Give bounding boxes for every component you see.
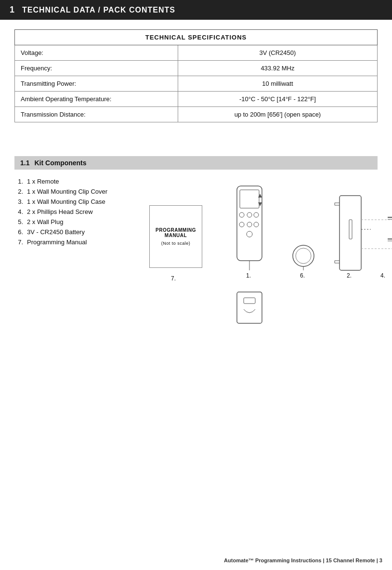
list-item-number: 6. xyxy=(14,228,23,236)
footer-text: Automate™ Programming Instructions | 15 … xyxy=(224,557,382,563)
remote-component: 1. xyxy=(237,186,262,279)
section-number: 1 xyxy=(10,5,14,15)
screw-component: 4. xyxy=(380,216,392,279)
clip-cover-component: 2. xyxy=(335,196,371,279)
svg-point-14 xyxy=(296,248,311,264)
svg-point-9 xyxy=(254,222,259,227)
section-title: TECHNICAL DATA / PACK CONTENTS xyxy=(22,6,175,14)
svg-point-8 xyxy=(247,222,252,227)
svg-text:4.: 4. xyxy=(380,272,385,279)
page-content: TECHNICAL SPECIFICATIONS Voltage:3V (CR2… xyxy=(0,20,392,388)
spec-value: 3V (CR2450) xyxy=(178,45,377,61)
kit-list-item: 4.2 x Phillips Head Screw xyxy=(14,207,149,217)
kit-sub-number: 1.1 xyxy=(20,159,29,167)
svg-point-10 xyxy=(247,231,252,237)
svg-rect-18 xyxy=(349,220,352,239)
kit-sub-title: Kit Components xyxy=(34,159,86,167)
prog-manual-box: PROGRAMMING MANUAL (Not to scale) xyxy=(149,205,202,268)
kit-list: 1.1 x Remote2.1 x Wall Mounting Clip Cov… xyxy=(14,176,149,379)
kit-list-item: 7.Programming Manual xyxy=(14,237,149,247)
remote-battery-compartment xyxy=(237,292,262,323)
spec-label: Transmitting Power: xyxy=(15,76,178,92)
list-item-number: 1. xyxy=(14,178,23,185)
diagram-label-7: 7. xyxy=(171,275,176,282)
svg-text:6.: 6. xyxy=(300,272,305,279)
kit-list-item: 2.1 x Wall Mounting Clip Cover xyxy=(14,186,149,197)
svg-point-5 xyxy=(247,212,252,217)
spec-value: 10 milliwatt xyxy=(178,76,377,92)
spec-label: Voltage: xyxy=(15,45,178,61)
kit-list-item: 1.1 x Remote xyxy=(14,176,149,186)
spec-label: Frequency: xyxy=(15,61,178,76)
spec-value: -10°C - 50°C [14°F - 122°F] xyxy=(178,92,377,107)
list-item-text: Programming Manual xyxy=(27,239,87,246)
spec-row: Ambient Operating Temperature:-10°C - 50… xyxy=(15,92,378,107)
svg-text:1.: 1. xyxy=(246,272,251,279)
svg-point-6 xyxy=(254,212,259,217)
kit-components-header: 1.1 Kit Components xyxy=(14,156,378,170)
svg-marker-3 xyxy=(258,202,262,206)
kit-list-item: 6.3V - CR2450 Battery xyxy=(14,227,149,237)
component-diagram: 1. 6. xyxy=(197,176,392,379)
list-item-number: 7. xyxy=(14,239,23,246)
list-item-number: 3. xyxy=(14,198,23,205)
list-item-text: 1 x Remote xyxy=(27,178,59,185)
prog-manual-note: (Not to scale) xyxy=(161,241,191,246)
svg-rect-17 xyxy=(340,196,361,270)
diagram-area: PROGRAMMING MANUAL (Not to scale) 7. xyxy=(149,176,378,379)
svg-point-13 xyxy=(293,245,314,266)
spec-row: Transmission Distance:up to 200m [656'] … xyxy=(15,107,378,122)
svg-text:2.: 2. xyxy=(347,272,352,279)
spec-row: Frequency:433.92 MHz xyxy=(15,61,378,76)
list-item-text: 2 x Phillips Head Screw xyxy=(27,208,93,215)
list-item-text: 1 x Wall Mounting Clip Case xyxy=(27,198,105,205)
spec-value: up to 200m [656'] (open space) xyxy=(178,107,377,122)
svg-point-7 xyxy=(239,222,244,227)
svg-rect-48 xyxy=(237,292,262,323)
page-footer: Automate™ Programming Instructions | 15 … xyxy=(224,557,382,563)
spec-table: TECHNICAL SPECIFICATIONS Voltage:3V (CR2… xyxy=(14,29,378,122)
list-item-number: 2. xyxy=(14,188,23,195)
spec-value: 433.92 MHz xyxy=(178,61,377,76)
spec-row: Voltage:3V (CR2450) xyxy=(15,45,378,61)
list-item-number: 5. xyxy=(14,218,23,225)
spec-label: Transmission Distance: xyxy=(15,107,178,122)
list-item-number: 4. xyxy=(14,208,23,215)
section-header: 1 TECHNICAL DATA / PACK CONTENTS xyxy=(0,0,392,20)
kit-components-section: 1.1 x Remote2.1 x Wall Mounting Clip Cov… xyxy=(14,176,378,379)
spec-label: Ambient Operating Temperature: xyxy=(15,92,178,107)
kit-list-item: 3.1 x Wall Mounting Clip Case xyxy=(14,197,149,207)
spec-row: Transmitting Power:10 milliwatt xyxy=(15,76,378,92)
list-item-text: 3V - CR2450 Battery xyxy=(27,228,85,236)
svg-marker-2 xyxy=(258,194,262,198)
svg-rect-1 xyxy=(240,190,259,208)
list-item-text: 2 x Wall Plug xyxy=(27,218,63,225)
spec-table-header: TECHNICAL SPECIFICATIONS xyxy=(15,30,378,45)
prog-manual-label: PROGRAMMING MANUAL xyxy=(156,227,196,238)
svg-point-4 xyxy=(239,212,244,217)
battery-component: 6. xyxy=(293,245,314,279)
list-item-text: 1 x Wall Mounting Clip Cover xyxy=(27,188,107,195)
kit-list-item: 5.2 x Wall Plug xyxy=(14,217,149,227)
svg-rect-49 xyxy=(244,298,255,304)
